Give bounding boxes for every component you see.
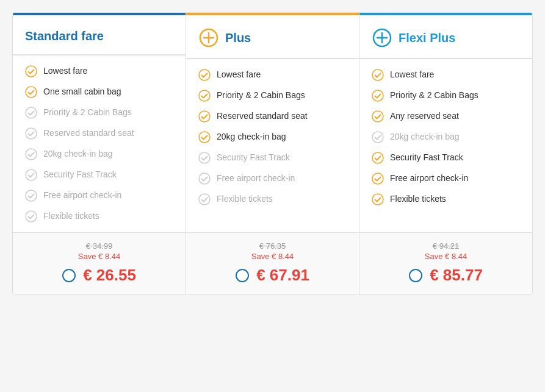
feature-label: Lowest fare [390, 69, 434, 80]
price-row-flexi-plus: € 85.77 [372, 266, 520, 285]
feature-label: 20kg check-in bag [390, 131, 460, 142]
svg-point-21 [372, 69, 383, 80]
feature-label: Priority & 2 Cabin Bags [217, 90, 305, 101]
svg-point-11 [199, 69, 210, 80]
feature-label: 20kg check-in bag [217, 131, 286, 142]
svg-point-17 [199, 194, 210, 205]
svg-point-24 [372, 132, 383, 143]
svg-point-0 [26, 66, 37, 77]
feature-item-standard-3: Reserved standard seat [25, 127, 173, 140]
feature-label: Security Fast Track [217, 152, 290, 163]
price-row-standard: € 26.55 [25, 266, 173, 285]
feature-label: Lowest fare [43, 65, 87, 76]
card-body-standard: Lowest fare One small cabin bag Priority… [13, 55, 186, 232]
card-header-plus: Plus [186, 13, 359, 59]
feature-label: One small cabin bag [43, 86, 121, 97]
svg-point-2 [26, 107, 37, 118]
card-title-flexi-plus: Flexi Plus [399, 31, 455, 45]
card-body-plus: Lowest fare Priority & 2 Cabin Bags Rese… [186, 59, 359, 232]
feature-label: Security Fast Track [43, 169, 117, 180]
svg-point-7 [26, 211, 37, 222]
feature-item-plus-6: Flexible tickets [198, 193, 347, 205]
feature-label: Any reserved seat [390, 110, 459, 121]
feature-item-plus-0: Lowest fare [198, 69, 347, 81]
feature-label: Free airport check-in [390, 173, 468, 184]
price-radio-standard[interactable] [62, 269, 76, 282]
card-footer-flexi-plus: € 94.21 Save € 8.44 € 85.77 [359, 232, 532, 294]
feature-item-flexi-plus-3: 20kg check-in bag [372, 131, 520, 143]
feature-label: Security Fast Track [390, 152, 463, 163]
save-text-flexi-plus: Save € 8.44 [372, 252, 520, 261]
feature-item-flexi-plus-4: Security Fast Track [372, 152, 520, 164]
feature-label: Reserved standard seat [217, 110, 308, 121]
svg-point-6 [26, 190, 37, 201]
feature-label: Flexible tickets [390, 193, 446, 204]
price-row-plus: € 67.91 [198, 266, 347, 285]
feature-item-flexi-plus-2: Any reserved seat [372, 110, 520, 123]
feature-list-plus: Lowest fare Priority & 2 Cabin Bags Rese… [198, 69, 347, 205]
feature-item-standard-6: Free airport check-in [25, 190, 173, 202]
svg-point-13 [199, 111, 210, 122]
feature-item-plus-1: Priority & 2 Cabin Bags [198, 90, 347, 102]
feature-item-standard-1: One small cabin bag [25, 86, 173, 98]
feature-label: Priority & 2 Cabin Bags [43, 107, 132, 118]
svg-point-1 [26, 87, 37, 98]
svg-point-4 [26, 149, 37, 160]
svg-point-23 [372, 111, 383, 122]
card-title-plus: Plus [225, 31, 251, 45]
price-radio-flexi-plus[interactable] [409, 269, 422, 282]
svg-point-25 [372, 152, 383, 163]
feature-item-plus-3: 20kg check-in bag [198, 131, 347, 143]
card-footer-plus: € 76.35 Save € 8.44 € 67.91 [186, 232, 359, 294]
card-header-standard: Standard fare [13, 13, 186, 55]
fare-card-flexi-plus: Flexi Plus Lowest fare Priority & 2 Cabi… [359, 13, 532, 294]
original-price-plus: € 76.35 [198, 241, 347, 251]
feature-list-flexi-plus: Lowest fare Priority & 2 Cabin Bags Any … [372, 69, 520, 205]
fare-cards-container: Standard fare Lowest fare One small cabi… [12, 12, 533, 295]
original-price-flexi-plus: € 94.21 [372, 241, 520, 251]
feature-label: Free airport check-in [217, 173, 295, 184]
feature-item-plus-4: Security Fast Track [198, 152, 347, 164]
feature-item-plus-2: Reserved standard seat [198, 110, 347, 123]
feature-label: Reserved standard seat [43, 127, 134, 138]
plus-icon-flexi-plus [372, 27, 392, 48]
save-text-plus: Save € 8.44 [198, 252, 347, 261]
fare-card-standard: Standard fare Lowest fare One small cabi… [13, 13, 186, 294]
card-header-flexi-plus: Flexi Plus [359, 13, 532, 59]
feature-item-flexi-plus-6: Flexible tickets [372, 193, 520, 205]
feature-label: 20kg check-in bag [43, 148, 113, 159]
price-radio-plus[interactable] [236, 269, 249, 282]
feature-label: Lowest fare [217, 69, 261, 80]
plus-icon-plus [198, 27, 219, 48]
main-price-flexi-plus: € 85.77 [430, 266, 483, 285]
card-footer-standard: € 34.99 Save € 8.44 € 26.55 [13, 232, 186, 294]
card-body-flexi-plus: Lowest fare Priority & 2 Cabin Bags Any … [359, 59, 532, 232]
svg-point-12 [199, 90, 210, 101]
save-text-standard: Save € 8.44 [25, 252, 173, 261]
feature-item-standard-4: 20kg check-in bag [25, 148, 173, 160]
main-price-plus: € 67.91 [256, 266, 309, 285]
svg-point-16 [199, 173, 210, 184]
svg-point-27 [372, 194, 383, 205]
svg-point-5 [26, 169, 37, 180]
svg-point-14 [199, 132, 210, 143]
feature-item-standard-5: Security Fast Track [25, 169, 173, 181]
feature-item-flexi-plus-0: Lowest fare [372, 69, 520, 81]
feature-label: Free airport check-in [43, 190, 121, 201]
feature-item-flexi-plus-5: Free airport check-in [372, 173, 520, 185]
feature-label: Flexible tickets [217, 193, 273, 204]
main-price-standard: € 26.55 [83, 266, 136, 285]
feature-item-standard-2: Priority & 2 Cabin Bags [25, 107, 173, 119]
feature-label: Priority & 2 Cabin Bags [390, 90, 478, 101]
feature-label: Flexible tickets [43, 210, 99, 221]
svg-point-15 [199, 152, 210, 163]
original-price-standard: € 34.99 [25, 241, 173, 251]
feature-item-plus-5: Free airport check-in [198, 173, 347, 185]
svg-point-3 [26, 128, 37, 139]
fare-card-plus: Plus Lowest fare Priority & 2 Cabin Bags… [186, 13, 359, 294]
svg-point-26 [372, 173, 383, 184]
card-title-standard: Standard fare [25, 29, 104, 43]
feature-item-standard-0: Lowest fare [25, 65, 173, 77]
feature-list-standard: Lowest fare One small cabin bag Priority… [25, 65, 173, 223]
feature-item-flexi-plus-1: Priority & 2 Cabin Bags [372, 90, 520, 102]
